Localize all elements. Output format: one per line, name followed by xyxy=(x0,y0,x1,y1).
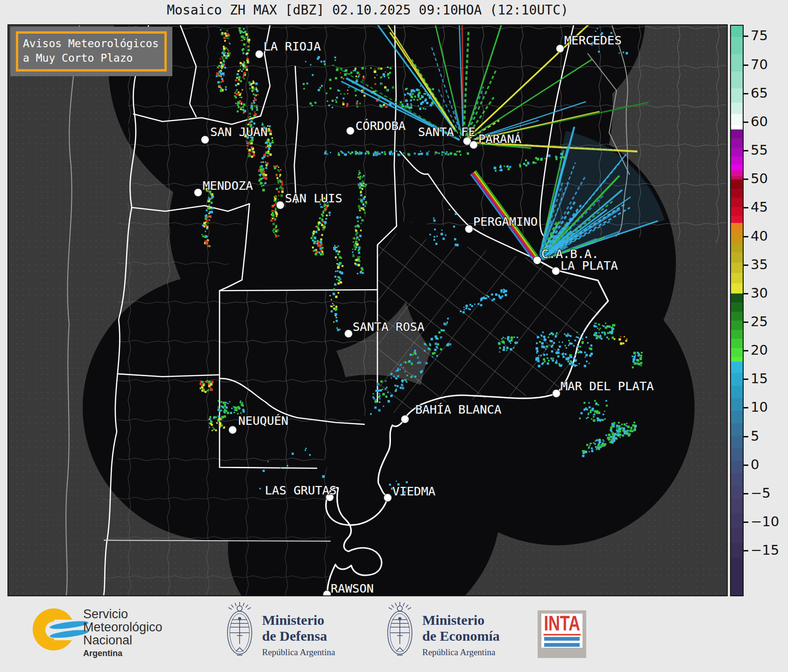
city-dot xyxy=(556,45,564,53)
ministry-name: Ministerio xyxy=(422,612,500,628)
coat-of-arms-icon xyxy=(223,601,256,658)
city-label: SANTA FE xyxy=(418,125,476,139)
city-label: RAWSON xyxy=(331,581,374,595)
smn-name-line: Meteorológico xyxy=(83,621,163,634)
inta-logo: INTA xyxy=(538,610,586,658)
colorbar-segment xyxy=(731,302,743,312)
colorbar-tick-label: 15 xyxy=(751,371,768,386)
city-dot xyxy=(465,225,473,233)
inta-wordmark: INTA xyxy=(543,613,580,636)
colorbar-segment xyxy=(731,362,743,373)
colorbar-tick-label: 50 xyxy=(751,171,768,186)
colorbar-segment xyxy=(731,263,743,273)
city-label: NEUQUÉN xyxy=(238,414,288,428)
colorbar-tick xyxy=(744,465,748,466)
colorbar-segment xyxy=(731,125,743,129)
city-dot xyxy=(384,494,392,502)
colorbar-tick-label: 65 xyxy=(751,85,768,100)
colorbar-segment xyxy=(731,236,743,244)
colorbar-segment xyxy=(731,138,743,148)
colorbar-segment xyxy=(731,207,743,216)
colorbar-segment xyxy=(731,179,743,189)
warning-panel: Avisos Meteorológicos a Muy Corto Plazo xyxy=(10,27,172,76)
city-label: CÓRDOBA xyxy=(355,119,405,133)
colorbar-tick xyxy=(744,322,748,323)
colorbar-tick-label: 70 xyxy=(751,56,768,72)
city-dot xyxy=(229,426,237,434)
colorbar-segment xyxy=(731,216,743,223)
colorbar-tick xyxy=(744,293,748,294)
ministry-sub: República Argentina xyxy=(262,647,335,658)
colorbar-segment xyxy=(731,189,743,198)
colorbar-segment xyxy=(731,54,743,71)
city-dot xyxy=(553,390,561,398)
colorbar-segment xyxy=(731,339,743,348)
city-marker: RAWSON xyxy=(323,581,374,595)
city-label: SAN JUAN xyxy=(210,125,268,139)
city-label: VIEDMA xyxy=(392,484,435,498)
city-label: PERGAMINO xyxy=(473,214,538,229)
smn-country: Argentina xyxy=(83,649,163,658)
colorbar-segment xyxy=(731,244,743,252)
colorbar-segment xyxy=(731,293,743,303)
inta-bar xyxy=(544,637,580,641)
coat-of-arms-icon xyxy=(383,601,417,658)
colorbar-tick-label: 10 xyxy=(751,399,768,415)
ministry-name: de Economía xyxy=(422,628,500,644)
city-label: LAS GRUTAS xyxy=(265,483,337,497)
city-dot xyxy=(277,201,284,209)
colorbar-segment xyxy=(731,543,743,558)
colorbar-segment xyxy=(731,198,743,207)
smn-logo: Servicio Meteorológico Nacional Argentin… xyxy=(33,608,220,664)
warning-box: Avisos Meteorológicos a Muy Corto Plazo xyxy=(16,31,167,71)
colorbar-segment xyxy=(731,461,743,473)
colorbar-tick xyxy=(744,522,748,523)
ministerio-defensa-logo: Ministerio de Defensa República Argentin… xyxy=(223,601,335,658)
colorbar-tick-label: −15 xyxy=(751,542,779,558)
colorbar-tick-label: −10 xyxy=(751,514,779,529)
colorbar-segment xyxy=(731,528,743,543)
ministry-name: Ministerio xyxy=(262,612,335,628)
colorbar-segment xyxy=(731,558,743,595)
colorbar-segment xyxy=(731,26,743,37)
colorbar-segment xyxy=(731,499,743,514)
colorbar-segment xyxy=(731,473,743,486)
colorbar-segment xyxy=(731,448,743,461)
colorbar-segment xyxy=(731,513,743,528)
colorbar-segment xyxy=(731,398,743,411)
city-label: BAHÍA BLANCA xyxy=(415,402,501,416)
city-marker: CÓRDOBA xyxy=(347,119,406,135)
colorbar-segment xyxy=(731,273,743,283)
colorbar-segment xyxy=(731,330,743,339)
city-label: PARANÁ xyxy=(478,132,521,146)
colorbar-segment xyxy=(731,423,743,436)
inta-bar xyxy=(544,643,580,647)
colorbar-segment xyxy=(731,386,743,398)
colorbar-segment xyxy=(731,103,743,114)
colorbar-segment xyxy=(731,312,743,321)
colorbar-segment xyxy=(731,252,743,263)
colorbar-tick-label: 25 xyxy=(751,314,768,329)
colorbar-tick xyxy=(744,179,748,180)
colorbar-tick xyxy=(744,379,748,380)
city-dot xyxy=(345,330,353,338)
colorbar-segment xyxy=(731,148,743,157)
colorbar-tick xyxy=(744,36,748,37)
colorbar-tick xyxy=(744,493,748,494)
colorbar-segment xyxy=(731,37,743,54)
smn-name-line: Servicio xyxy=(83,608,163,621)
colorbar-segment xyxy=(731,348,743,357)
footer-logos: Servicio Meteorológico Nacional Argentin… xyxy=(0,597,788,672)
colorbar-tick-label: 55 xyxy=(751,142,768,158)
colorbar-tick xyxy=(744,407,748,408)
colorbar-tick-label: 0 xyxy=(751,456,759,472)
city-dot xyxy=(347,127,355,135)
colorbar-segment xyxy=(731,88,743,102)
city-dot xyxy=(401,415,409,423)
colorbar-segment xyxy=(731,283,743,293)
colorbar-segment xyxy=(731,411,743,423)
colorbar-segment xyxy=(731,223,743,230)
dbz-colorbar xyxy=(730,25,744,596)
colorbar-segment xyxy=(731,129,743,139)
city-label: LA PLATA xyxy=(561,258,618,272)
